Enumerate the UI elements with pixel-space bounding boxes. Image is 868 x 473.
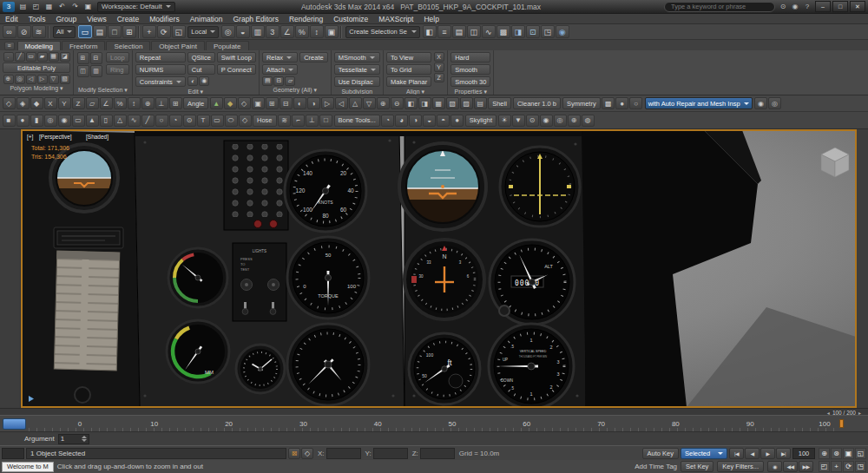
panel-title[interactable]: Polygon Modeling ▾ xyxy=(3,84,70,93)
snap-percent-icon[interactable]: % xyxy=(114,97,127,109)
constraint-icon[interactable]: ◓ xyxy=(437,115,450,127)
ik-solver-icon[interactable]: ◔ xyxy=(381,115,394,127)
line-shape-icon[interactable]: ╱ xyxy=(141,115,155,127)
p-connect-button[interactable]: P Connect xyxy=(217,64,256,75)
select-and-move-icon[interactable]: + xyxy=(142,25,156,38)
add-time-tag[interactable]: Add Time Tag xyxy=(635,463,677,470)
align-z-icon[interactable]: Z xyxy=(434,73,444,82)
slider-left-arrow-icon[interactable]: ◂ xyxy=(827,410,830,416)
key-mode-toggle-icon[interactable]: ◉ xyxy=(767,461,782,472)
polar-snap-icon[interactable]: ⊕ xyxy=(141,97,155,109)
loop-button[interactable]: Loop xyxy=(106,52,129,62)
cone-primitive-icon[interactable]: ▲ xyxy=(86,115,99,127)
viewport-menu-plus[interactable]: [+] xyxy=(27,134,34,141)
undo-icon[interactable]: ↶ xyxy=(56,2,69,12)
attach-dropdown[interactable]: Attach xyxy=(262,64,298,75)
quickslice-tool-icon[interactable]: ⊖ xyxy=(391,97,404,109)
named-selection-sets-dropdown[interactable]: Create Selection Se xyxy=(345,26,420,38)
select-by-name-icon[interactable]: ▤ xyxy=(93,25,107,38)
skylight-button[interactable]: Skylight xyxy=(465,115,496,127)
msmooth-dropdown[interactable]: MSmooth xyxy=(334,52,380,62)
rectangular-selection-region-icon[interactable]: □ xyxy=(108,25,122,38)
reaction-manager-icon[interactable]: ◒ xyxy=(423,115,436,127)
snap-2d-icon[interactable]: ◇ xyxy=(3,97,16,109)
ring-selection-icon[interactable]: ▥ xyxy=(90,65,102,77)
create-button[interactable]: Create xyxy=(299,52,328,62)
collapse-stack-icon[interactable]: ▽ xyxy=(49,75,59,84)
biped-object-icon[interactable]: ⊥ xyxy=(306,115,319,127)
target-weld-icon[interactable]: △ xyxy=(349,97,362,109)
relax-brush-icon[interactable]: ◧ xyxy=(404,97,418,109)
next-key-icon[interactable]: ▶▶ xyxy=(799,461,813,472)
ribbon-tab[interactable]: Populate xyxy=(206,41,249,50)
menu-item[interactable]: Create xyxy=(112,14,145,23)
go-to-start-icon[interactable]: |◀ xyxy=(729,448,744,459)
snap-3d-icon[interactable]: ◆ xyxy=(30,97,43,109)
time-slider-handle[interactable]: ◂ 100 / 200 ▸ xyxy=(827,409,861,416)
xview-icon[interactable]: ◎ xyxy=(768,97,781,109)
menu-item[interactable]: Views xyxy=(82,14,112,23)
snap-25d-icon[interactable]: ◈ xyxy=(16,97,30,109)
panel-title[interactable]: Edit ▾ xyxy=(135,88,256,95)
inset-poly-icon[interactable]: ▣ xyxy=(252,97,265,109)
helix-shape-icon[interactable]: ∿ xyxy=(128,115,141,127)
environment-icon[interactable]: ◍ xyxy=(582,115,595,127)
graphite-ribbon-toggle-icon[interactable]: ◫ xyxy=(467,25,481,38)
chamfer-edge-icon[interactable]: ▷ xyxy=(321,97,334,109)
search-input[interactable] xyxy=(664,2,775,12)
spinner-snap-toggle-icon[interactable]: ↕ xyxy=(310,25,324,38)
bone-object-icon[interactable]: ⌐ xyxy=(292,115,305,127)
shell-button[interactable]: Shell xyxy=(488,97,511,109)
cap-poly-icon[interactable]: ▲ xyxy=(210,97,223,109)
element-mode-icon[interactable]: ▦ xyxy=(49,52,59,62)
direct-light-icon[interactable]: ⊙ xyxy=(526,115,539,127)
collapse-geometry-icon[interactable]: ⊟ xyxy=(273,76,284,86)
photometric-light-icon[interactable]: ◉ xyxy=(540,115,553,127)
edge-mode-icon[interactable]: ╱ xyxy=(15,52,25,62)
select-and-link-icon[interactable]: ∞ xyxy=(3,25,16,38)
redo-icon[interactable]: ↷ xyxy=(69,2,82,12)
pyramid-primitive-icon[interactable]: △ xyxy=(114,115,127,127)
grow-selection-icon[interactable]: ⊞ xyxy=(77,52,89,64)
spring-object-icon[interactable]: ≋ xyxy=(278,115,291,127)
conform-brush-icon[interactable]: ▦ xyxy=(432,97,445,109)
circle-shape-icon[interactable]: ○ xyxy=(155,115,168,127)
bridge-poly-icon[interactable]: ⊟ xyxy=(279,97,293,109)
3dsmax-logo-icon[interactable]: 3 xyxy=(3,2,15,12)
percent-snap-toggle-icon[interactable]: % xyxy=(295,25,309,38)
snap-angle-icon[interactable]: ∠ xyxy=(100,97,113,109)
panel-title[interactable]: Modify Selection ▾ xyxy=(76,86,129,95)
reference-coordinate-dropdown[interactable]: Local xyxy=(187,26,219,38)
next-modifier-icon[interactable]: ▷ xyxy=(37,75,48,84)
track-bar[interactable]: 0102030405060708090100 xyxy=(0,415,868,431)
box-primitive-icon[interactable]: ■ xyxy=(3,115,16,127)
grid-snap-icon[interactable]: ⊞ xyxy=(169,97,182,109)
panel-title[interactable]: Subdivision xyxy=(334,88,380,95)
zoom-icon[interactable]: ⊕ xyxy=(819,448,830,459)
zoom-extents-icon[interactable]: ▣ xyxy=(843,448,854,459)
ring-button[interactable]: Ring xyxy=(106,64,129,75)
minimize-button[interactable]: – xyxy=(815,1,831,12)
editable-poly-label[interactable]: Editable Poly xyxy=(3,62,70,73)
repeat-button[interactable]: Repeat xyxy=(135,52,186,62)
layer-manager-icon[interactable]: ▤ xyxy=(452,25,466,38)
snap-spinner-icon[interactable]: ↕ xyxy=(128,97,141,109)
ellipse-shape-icon[interactable]: ⬭ xyxy=(225,115,238,127)
ngon-shape-icon[interactable]: ⊙ xyxy=(183,115,196,127)
checker-tool-icon[interactable]: ▩ xyxy=(602,97,615,109)
mirror-icon[interactable]: ◧ xyxy=(423,25,437,38)
previous-modifier-icon[interactable]: ◁ xyxy=(26,75,36,84)
set-key-button[interactable]: Set Key xyxy=(681,461,713,472)
menu-item[interactable]: Help xyxy=(418,14,444,23)
zoom-extents-all-icon[interactable]: ◱ xyxy=(855,448,866,459)
text-shape-icon[interactable]: T xyxy=(197,115,210,127)
mesh-inspect-icon[interactable]: ◉ xyxy=(754,97,767,109)
z-coordinate-field[interactable] xyxy=(420,448,455,459)
pin-stack-icon[interactable]: ⊕ xyxy=(3,75,14,84)
auto-key-button[interactable]: Auto Key xyxy=(642,448,679,459)
sign-in-icon[interactable]: ◉ xyxy=(789,2,801,12)
x-coordinate-field[interactable] xyxy=(326,448,361,459)
keyboard-shortcut-override-icon[interactable]: ▥ xyxy=(251,25,265,38)
ribbon-tab[interactable]: Selection xyxy=(106,41,150,50)
use-soft-selection-icon[interactable]: ◐ xyxy=(187,76,198,86)
